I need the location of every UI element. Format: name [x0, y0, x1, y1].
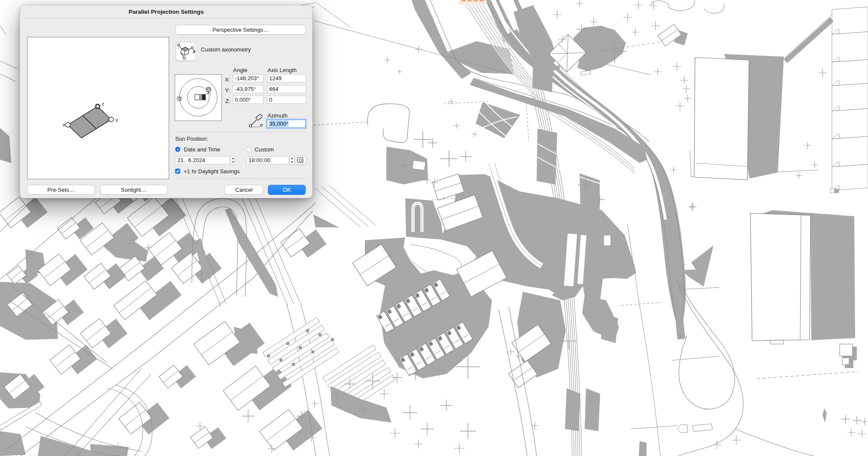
svg-text:α: α [260, 122, 263, 127]
svg-text:x: x [63, 122, 65, 127]
svg-text:y: y [115, 117, 118, 122]
svg-text:z: z [102, 101, 104, 106]
